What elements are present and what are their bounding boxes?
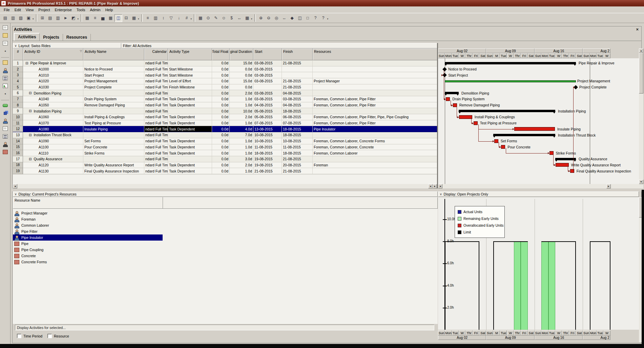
fit-columns-button[interactable]: ↔ bbox=[281, 14, 288, 22]
toolbar-overflow-icon[interactable]: ▾ bbox=[78, 18, 79, 20]
day-header[interactable]: Sat bbox=[479, 330, 486, 335]
day-header[interactable]: Thr bbox=[465, 53, 472, 58]
sort-menu-button[interactable]: ↓ bbox=[175, 14, 183, 22]
schedule-button[interactable]: ⊙ bbox=[204, 14, 212, 22]
day-header[interactable]: M bbox=[493, 330, 500, 335]
row-height-button[interactable]: ↕ bbox=[160, 14, 167, 22]
resources-person-icon[interactable] bbox=[2, 67, 8, 74]
checkbox-time-period[interactable]: Time Period bbox=[17, 334, 42, 338]
day-header[interactable]: Thr bbox=[562, 53, 569, 58]
day-header[interactable]: Mon bbox=[541, 53, 548, 58]
projects-folder-icon[interactable] bbox=[2, 59, 8, 66]
summary-bar[interactable] bbox=[555, 158, 576, 160]
day-header[interactable]: Sun bbox=[438, 330, 445, 335]
zoom-in-button[interactable]: ⊕ bbox=[257, 14, 265, 22]
task-bar[interactable] bbox=[453, 103, 457, 107]
table-row[interactable]: 2A1000Notice to Proceedndard Full TimeSt… bbox=[13, 66, 438, 73]
assignments-view-icon[interactable] bbox=[2, 117, 8, 124]
day-header[interactable]: Sun bbox=[486, 53, 493, 58]
col-header-resources[interactable]: Resources bbox=[313, 48, 438, 60]
row-number[interactable]: 5 bbox=[13, 84, 23, 90]
activity-usage-profile-button[interactable]: ▅ bbox=[99, 14, 107, 22]
row-number[interactable]: 15 bbox=[13, 144, 23, 150]
diamond-marker-button[interactable]: ◆ bbox=[288, 14, 296, 22]
day-header[interactable]: Sat bbox=[528, 330, 535, 335]
day-header[interactable]: Tue bbox=[548, 330, 555, 335]
new-project-icon[interactable] bbox=[2, 24, 8, 31]
table-row[interactable]: 10A1060Install Piping & Couplingsndard F… bbox=[13, 114, 438, 120]
menu-enterprise[interactable]: Enterprise bbox=[53, 7, 74, 13]
checkbox-resource[interactable]: Resource bbox=[47, 334, 69, 338]
day-header[interactable]: Tue bbox=[597, 330, 603, 335]
gantt-scroll-down-icon[interactable]: ▼ bbox=[639, 180, 643, 184]
row-number[interactable]: 7 bbox=[13, 96, 23, 102]
collapse-icon[interactable]: ⊟ bbox=[25, 61, 28, 65]
row-number[interactable]: 14 bbox=[13, 138, 23, 144]
menu-tools[interactable]: Tools bbox=[74, 7, 88, 13]
menu-project[interactable]: Project bbox=[36, 7, 52, 13]
table-row[interactable]: 6⊟Demolition Pipingndard Full Time0.0d2.… bbox=[13, 90, 438, 96]
resource-row[interactable]: Pipe bbox=[13, 241, 163, 247]
row-number[interactable]: 16 bbox=[13, 150, 23, 156]
day-header[interactable]: W bbox=[555, 53, 562, 58]
table-row[interactable]: 9⊟Installation Pipingndard Full Time0.0d… bbox=[13, 108, 438, 114]
table-row[interactable]: 15A1100Pour Concretendard Full TimeTask … bbox=[13, 144, 438, 150]
row-number[interactable]: 12 bbox=[13, 126, 23, 132]
task-bar[interactable] bbox=[514, 127, 555, 131]
day-header[interactable]: W bbox=[507, 330, 514, 335]
tab-resources[interactable]: Resources bbox=[63, 34, 91, 41]
progress-spotlight-button[interactable]: ◩ bbox=[70, 14, 78, 22]
filters-menu-button[interactable]: ▽ bbox=[167, 14, 175, 22]
menu-edit[interactable]: Edit bbox=[12, 7, 23, 13]
day-header[interactable]: Sun bbox=[583, 53, 589, 58]
day-header[interactable]: Thr bbox=[465, 330, 472, 335]
table-scroll-left-icon[interactable]: ◄ bbox=[13, 184, 17, 188]
import-export-icon[interactable] bbox=[2, 40, 8, 46]
resource-row[interactable]: Pipe Coupling bbox=[13, 247, 163, 253]
activity-details-button[interactable]: ▤ bbox=[46, 14, 54, 22]
table-row[interactable]: 12A1080Insulate Pipingndard Full TimeTas… bbox=[13, 126, 438, 132]
page-setup-button[interactable]: ▧ bbox=[17, 14, 25, 22]
gantt-chart[interactable]: Pipe Repair & ImproveNotice to ProceedSt… bbox=[438, 58, 639, 184]
trace-logic-button[interactable]: ◫ bbox=[115, 14, 122, 22]
tab-projects[interactable]: Projects bbox=[40, 34, 63, 41]
day-header[interactable]: W bbox=[459, 53, 465, 58]
week-header-Aug-2[interactable]: Aug 2 bbox=[583, 48, 610, 53]
day-header[interactable]: Sun bbox=[438, 53, 445, 58]
task-bar[interactable] bbox=[556, 163, 569, 167]
documents-view-icon[interactable] bbox=[2, 125, 8, 132]
summary-bar[interactable] bbox=[445, 62, 576, 64]
resource-row[interactable]: Foreman bbox=[13, 216, 163, 222]
collapse-icon[interactable]: ⊟ bbox=[29, 91, 32, 95]
menu-help[interactable]: Help bbox=[103, 7, 116, 13]
horizontal-pane-splitter[interactable] bbox=[12, 188, 642, 191]
tab-activities[interactable]: Activities bbox=[14, 33, 40, 41]
table-row[interactable]: 5A1030Project Completendard Full TimeFin… bbox=[13, 84, 438, 90]
milestone-diamond[interactable] bbox=[442, 73, 447, 77]
menu-admin[interactable]: Admin bbox=[87, 7, 103, 13]
table-scroll-left2-icon[interactable]: ◄ bbox=[428, 184, 433, 188]
table-row[interactable]: 14A1090Set Formsndard Full TimeTask Depe… bbox=[13, 138, 438, 144]
row-number[interactable]: 6 bbox=[13, 90, 23, 96]
task-bar[interactable] bbox=[474, 121, 478, 125]
toolbar-overflow-icon[interactable]: ▾ bbox=[327, 18, 329, 20]
task-bar[interactable] bbox=[549, 151, 554, 155]
task-bar[interactable] bbox=[446, 97, 450, 101]
resource-name-column-header[interactable]: Resource Name bbox=[13, 197, 438, 209]
roles-view-icon[interactable] bbox=[2, 141, 8, 147]
table-row[interactable]: 19A1130Final Quality Assurance Inspectio… bbox=[13, 168, 438, 174]
activity-usage-spreadsheet-button[interactable]: ▦ bbox=[107, 14, 115, 22]
screen-capture-button[interactable]: ▣ bbox=[25, 14, 33, 22]
day-header[interactable]: Fri bbox=[473, 53, 479, 58]
table-row[interactable]: 4A1020Project Managementndard Full TimeL… bbox=[13, 78, 438, 84]
menu-file[interactable]: File bbox=[1, 7, 12, 13]
row-number[interactable]: 11 bbox=[13, 120, 23, 126]
activities-view-icon[interactable] bbox=[2, 102, 8, 108]
row-number[interactable]: 2 bbox=[13, 66, 23, 73]
resource-row[interactable]: Project Manager bbox=[13, 210, 163, 216]
day-header[interactable]: M bbox=[493, 53, 500, 58]
toolbar-overflow-icon[interactable]: ▾ bbox=[33, 18, 34, 20]
risks-view-icon[interactable] bbox=[2, 148, 8, 155]
day-header[interactable]: Tue bbox=[597, 53, 603, 58]
table-row[interactable]: 3A1010Start Projectndard Full TimeStart … bbox=[13, 72, 438, 78]
